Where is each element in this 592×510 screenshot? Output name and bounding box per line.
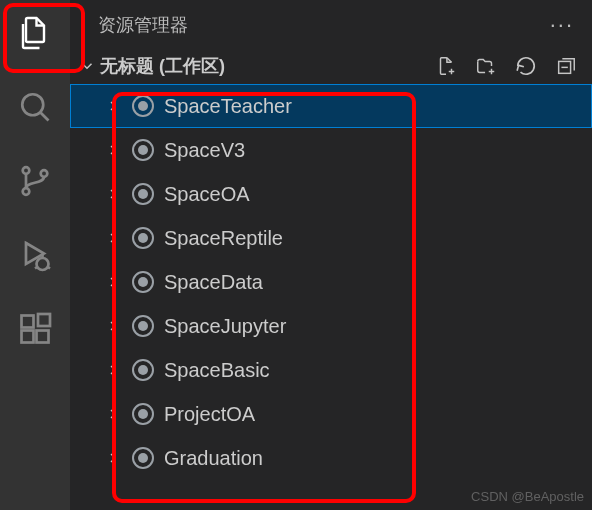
- sidebar-title: 资源管理器: [98, 13, 188, 37]
- folder-radio-icon: [132, 447, 154, 469]
- workspace-title: 无标题 (工作区): [100, 54, 434, 78]
- debug-icon: [17, 237, 53, 273]
- tree-folder[interactable]: SpaceBasic: [70, 348, 592, 392]
- watermark: CSDN @BeApostle: [471, 489, 584, 504]
- search-tab[interactable]: [10, 82, 60, 132]
- chevron-right-icon: [104, 361, 122, 379]
- explorer-sidebar: 资源管理器 ··· 无标题 (工作区): [70, 0, 592, 510]
- tree-folder[interactable]: Graduation: [70, 436, 592, 480]
- svg-point-3: [23, 188, 30, 195]
- refresh-button[interactable]: [514, 54, 538, 78]
- folder-radio-icon: [132, 315, 154, 337]
- collapse-all-button[interactable]: [554, 54, 578, 78]
- new-file-button[interactable]: [434, 54, 458, 78]
- tree-item-label: Graduation: [164, 447, 263, 470]
- folder-radio-icon: [132, 227, 154, 249]
- svg-line-8: [35, 267, 37, 269]
- folder-radio-icon: [132, 403, 154, 425]
- source-control-tab[interactable]: [10, 156, 60, 206]
- new-folder-button[interactable]: [474, 54, 498, 78]
- svg-marker-5: [26, 243, 44, 264]
- folder-radio-icon: [132, 139, 154, 161]
- svg-rect-12: [37, 331, 49, 343]
- extensions-icon: [17, 311, 53, 347]
- folder-radio-icon: [132, 359, 154, 381]
- svg-line-9: [48, 267, 50, 269]
- tree-item-label: SpaceV3: [164, 139, 245, 162]
- chevron-right-icon: [104, 273, 122, 291]
- files-icon: [17, 15, 53, 51]
- section-actions: [434, 54, 578, 78]
- tree-item-label: SpaceReptile: [164, 227, 283, 250]
- file-tree: SpaceTeacher SpaceV3 SpaceOA SpaceReptil…: [70, 84, 592, 480]
- git-branch-icon: [17, 163, 53, 199]
- tree-folder[interactable]: SpaceOA: [70, 172, 592, 216]
- chevron-right-icon: [104, 229, 122, 247]
- chevron-right-icon: [104, 97, 122, 115]
- tree-item-label: SpaceData: [164, 271, 263, 294]
- folder-radio-icon: [132, 95, 154, 117]
- activity-bar: [0, 0, 70, 510]
- tree-item-label: SpaceBasic: [164, 359, 270, 382]
- tree-folder[interactable]: SpaceV3: [70, 128, 592, 172]
- tree-folder[interactable]: SpaceData: [70, 260, 592, 304]
- tree-item-label: SpaceOA: [164, 183, 250, 206]
- chevron-down-icon: [76, 55, 98, 77]
- folder-radio-icon: [132, 271, 154, 293]
- tree-folder[interactable]: SpaceJupyter: [70, 304, 592, 348]
- tree-folder[interactable]: ProjectOA: [70, 392, 592, 436]
- svg-point-0: [22, 94, 43, 115]
- svg-rect-10: [22, 316, 34, 328]
- svg-rect-11: [22, 331, 34, 343]
- tree-folder[interactable]: SpaceTeacher: [70, 84, 592, 128]
- chevron-right-icon: [104, 141, 122, 159]
- extensions-tab[interactable]: [10, 304, 60, 354]
- svg-rect-13: [38, 314, 50, 326]
- chevron-right-icon: [104, 405, 122, 423]
- svg-line-1: [41, 113, 49, 121]
- tree-folder[interactable]: SpaceReptile: [70, 216, 592, 260]
- run-debug-tab[interactable]: [10, 230, 60, 280]
- workspace-section-header[interactable]: 无标题 (工作区): [70, 48, 592, 84]
- explorer-tab[interactable]: [10, 8, 60, 58]
- chevron-right-icon: [104, 317, 122, 335]
- svg-point-4: [41, 170, 48, 177]
- svg-point-6: [37, 258, 49, 270]
- chevron-right-icon: [104, 449, 122, 467]
- search-icon: [17, 89, 53, 125]
- more-actions-button[interactable]: ···: [550, 12, 574, 38]
- tree-item-label: SpaceJupyter: [164, 315, 286, 338]
- folder-radio-icon: [132, 183, 154, 205]
- svg-point-2: [23, 167, 30, 174]
- sidebar-header: 资源管理器 ···: [70, 0, 592, 48]
- tree-item-label: SpaceTeacher: [164, 95, 292, 118]
- chevron-right-icon: [104, 185, 122, 203]
- tree-item-label: ProjectOA: [164, 403, 255, 426]
